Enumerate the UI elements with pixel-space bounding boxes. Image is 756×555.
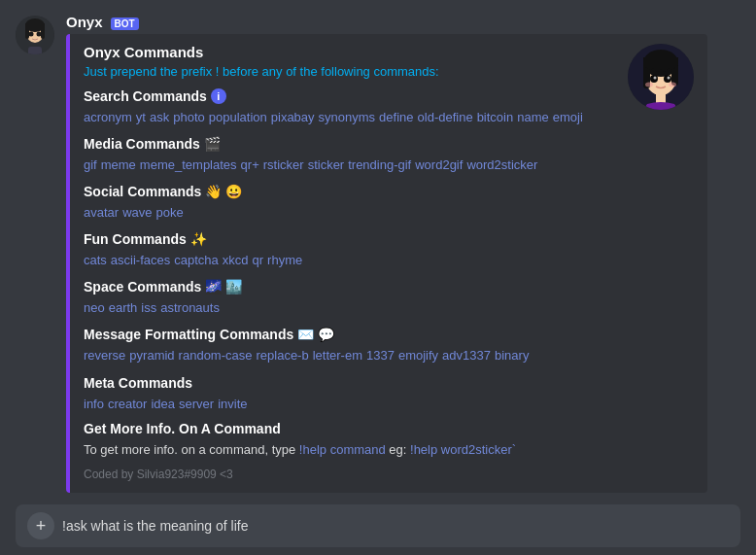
get-more-middle: eg: (386, 442, 410, 457)
embed: Onyx Commands Just prepend the prefix ! … (66, 34, 707, 493)
coded-by: Coded by Silvia923#9909 <3 (84, 468, 694, 481)
message-icon2: 💬 (318, 327, 334, 342)
svg-point-19 (645, 83, 653, 87)
embed-title: Onyx Commands (84, 44, 694, 60)
chat-area: Onyx BOT (0, 0, 756, 497)
message-input[interactable] (62, 518, 729, 534)
fun-icon: ✨ (190, 231, 207, 247)
section-title-fun: Fun Commands (84, 231, 187, 247)
add-attachment-button[interactable]: + (27, 512, 54, 539)
social-icon2: 😀 (225, 184, 242, 199)
section-heading-message: Message Formatting Commands ✉️ 💬 (84, 327, 694, 342)
get-more-section: Get More Info. On A Command To get more … (84, 421, 694, 461)
svg-point-18 (668, 77, 670, 80)
section-heading-meta: Meta Commands (84, 375, 694, 391)
space-icon2: 🏙️ (225, 279, 242, 295)
embed-thumbnail (628, 44, 694, 110)
avatar-area (16, 14, 54, 493)
message-icon: ✉️ (297, 327, 314, 342)
bot-tag: BOT (111, 17, 139, 30)
svg-point-20 (669, 83, 676, 87)
section-title-message: Message Formatting Commands (84, 327, 293, 342)
get-more-title: Get More Info. On A Command (84, 421, 694, 436)
get-more-before: To get more info. on a command, type (84, 442, 299, 457)
section-heading-fun: Fun Commands ✨ (84, 231, 694, 247)
section-title-space: Space Commands (84, 279, 201, 295)
section-commands-media: gifmemememe_templatesqr+rstickerstickert… (84, 155, 694, 176)
svg-point-6 (29, 32, 34, 37)
svg-point-7 (37, 32, 42, 37)
embed-subtitle: Just prepend the prefix ! before any of … (84, 64, 694, 79)
section-heading-media: Media Commands 🎬 (84, 136, 694, 152)
section-title-search: Search Commands (84, 88, 207, 104)
message-container: Onyx BOT (16, 10, 740, 497)
get-more-example: !help word2sticker` (410, 442, 516, 457)
get-more-text: To get more info. on a command, type !he… (84, 440, 694, 461)
section-commands-social: avatarwavepoke (84, 202, 694, 224)
media-icon: 🎬 (204, 136, 221, 152)
plus-icon: + (36, 516, 47, 537)
avatar (16, 16, 54, 54)
svg-rect-5 (25, 23, 45, 29)
section-commands-fun: catsascii-facescaptchaxkcdqrrhyme (84, 250, 694, 271)
username-row: Onyx BOT (66, 14, 740, 30)
message-body: Onyx BOT (66, 14, 740, 493)
bot-username: Onyx (66, 14, 103, 30)
section-title-social: Social Commands (84, 184, 201, 199)
section-commands-space: neoearthissastronauts (84, 297, 694, 319)
section-commands-meta: infocreatorideaserverinvite (84, 394, 694, 415)
sections-container: Search Commands i acronymytaskphotopopul… (84, 88, 694, 415)
section-heading-social: Social Commands 👋 😀 (84, 184, 694, 199)
space-icon: 🌌 (205, 279, 222, 295)
section-title-meta: Meta Commands (84, 375, 192, 391)
section-commands-message: reversepyramidrandom-casereplace-bletter… (84, 345, 694, 366)
section-title-media: Media Commands (84, 136, 200, 152)
section-heading-space: Space Commands 🌌 🏙️ (84, 279, 694, 295)
svg-rect-8 (28, 47, 42, 54)
section-commands-search: acronymytaskphotopopulationpixabaysynony… (84, 107, 694, 128)
social-icon: 👋 (205, 184, 222, 199)
input-area[interactable]: + (16, 504, 740, 547)
info-icon: i (211, 88, 226, 104)
svg-point-17 (654, 77, 657, 80)
section-heading-search: Search Commands i (84, 88, 694, 104)
get-more-highlight: !help command (299, 442, 386, 457)
